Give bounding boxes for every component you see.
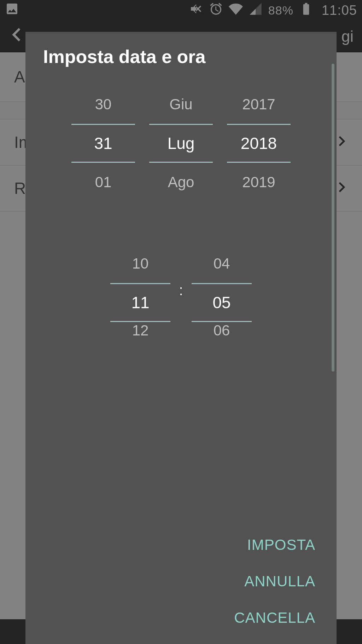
min-next[interactable]: 06 [192,322,252,336]
datetime-dialog: Imposta data e ora 30 31 01 Giu Lug Ago … [25,32,337,644]
month-sel[interactable]: Lug [149,124,213,163]
day-picker[interactable]: 30 31 01 [71,85,135,202]
time-separator-char: : [179,282,183,298]
cancel-button[interactable]: ANNULLA [244,573,315,590]
day-next[interactable]: 01 [71,163,135,202]
minute-picker[interactable]: 04 05 06 [192,244,252,336]
day-prev[interactable]: 30 [71,85,135,124]
time-picker[interactable]: 10 11 12 : 04 05 06 [43,244,319,336]
min-prev[interactable]: 04 [192,244,252,283]
year-picker[interactable]: 2017 2018 2019 [227,85,291,202]
year-next[interactable]: 2019 [227,163,291,202]
hour-prev[interactable]: 10 [110,244,170,283]
month-next[interactable]: Ago [149,163,213,202]
min-sel[interactable]: 05 [192,283,252,322]
year-sel[interactable]: 2018 [227,124,291,163]
dialog-title: Imposta data e ora [43,46,319,67]
delete-button[interactable]: CANCELLA [234,609,315,626]
hour-sel[interactable]: 11 [110,283,170,322]
hour-next[interactable]: 12 [110,322,170,336]
year-prev[interactable]: 2017 [227,85,291,124]
set-button[interactable]: IMPOSTA [247,536,315,553]
time-separator: : [177,244,185,336]
date-picker[interactable]: 30 31 01 Giu Lug Ago 2017 2018 2019 [43,85,319,202]
day-sel[interactable]: 31 [71,124,135,163]
dialog-actions: IMPOSTA ANNULLA CANCELLA [43,526,319,644]
month-picker[interactable]: Giu Lug Ago [149,85,213,202]
hour-picker[interactable]: 10 11 12 [110,244,170,336]
month-prev[interactable]: Giu [149,85,213,124]
